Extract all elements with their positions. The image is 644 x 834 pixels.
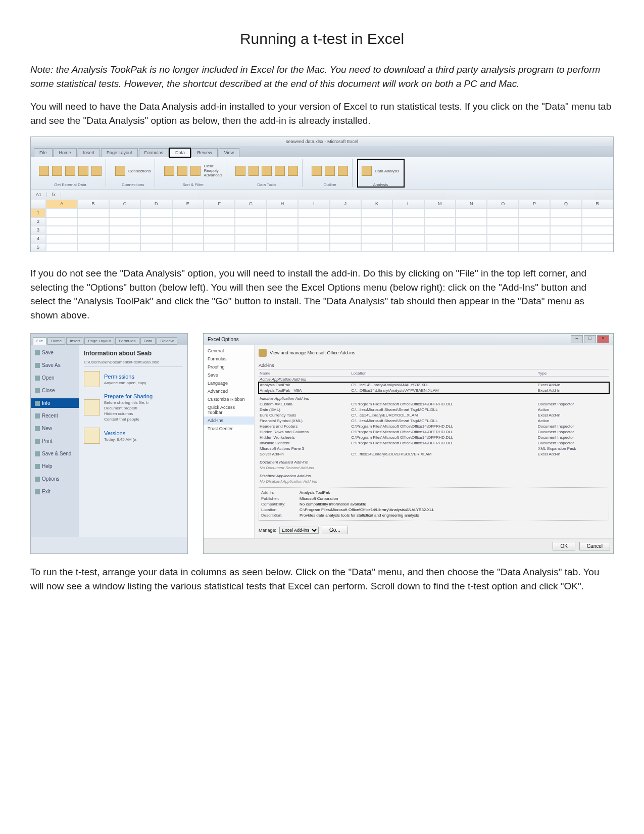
- addin-row[interactable]: Hidden WorksheetsC:\Program Files\Micros…: [259, 435, 609, 440]
- prepare-sharing-section: Prepare for Sharing Before sharing this …: [84, 393, 182, 422]
- advanced-button[interactable]: Advanced: [204, 173, 222, 178]
- addin-row[interactable]: Hidden Rows and ColumnsC:\Program Files\…: [259, 429, 609, 435]
- ok-button[interactable]: OK: [553, 542, 575, 550]
- addins-pane-title: View and manage Microsoft Office Add-ins: [270, 350, 355, 355]
- refresh-all-icon[interactable]: [115, 166, 125, 176]
- backstage-nav-recent[interactable]: Recent: [31, 411, 79, 421]
- cancel-button[interactable]: Cancel: [579, 542, 610, 550]
- from-other-icon[interactable]: [78, 166, 88, 176]
- what-if-icon[interactable]: [288, 166, 298, 176]
- text-to-columns-icon[interactable]: [235, 166, 245, 176]
- ungroup-icon[interactable]: [325, 166, 335, 176]
- document-addins-header: Document Related Add-ins: [259, 457, 609, 465]
- subtotal-icon[interactable]: [338, 166, 348, 176]
- backstage-nav-save[interactable]: Save: [31, 348, 79, 357]
- window-controls: – □ ×: [571, 335, 609, 343]
- from-access-icon[interactable]: [39, 166, 49, 176]
- options-nav-quick-access-toolbar[interactable]: Quick Access Toolbar: [204, 403, 254, 416]
- addin-details: Add-in:Analysis ToolPak Publisher:Micros…: [259, 487, 609, 521]
- tab-data[interactable]: Data: [170, 148, 190, 157]
- spreadsheet-grid[interactable]: ABCDEFGHIJKLMNOPQR12345: [31, 200, 613, 252]
- backstage-nav-new[interactable]: New: [31, 424, 79, 433]
- addin-row[interactable]: Euro Currency ToolsC:\...ce14\Library\EU…: [259, 412, 609, 418]
- manage-dropdown[interactable]: Excel Add-ins: [279, 527, 319, 534]
- tab-page-layout[interactable]: Page Layout: [101, 148, 138, 157]
- backstage-nav-save-as[interactable]: Save As: [31, 360, 79, 370]
- filter-icon[interactable]: [190, 166, 201, 176]
- sort-az-icon[interactable]: [164, 166, 174, 176]
- addins-pane: View and manage Microsoft Office Add-ins…: [255, 345, 613, 538]
- bs-tab-data[interactable]: Data: [140, 337, 156, 345]
- tab-insert[interactable]: Insert: [78, 148, 101, 157]
- addin-row[interactable]: Microsoft Actions Pane 3XML Expansion Pa…: [259, 446, 609, 451]
- dialog-footer: OK Cancel: [204, 538, 613, 553]
- bs-tab-insert[interactable]: Insert: [66, 337, 83, 345]
- data-analysis-button[interactable]: Data Analysis: [375, 169, 399, 173]
- consolidate-icon[interactable]: [275, 166, 285, 176]
- backstage-nav-close[interactable]: Close: [31, 386, 79, 395]
- backstage-nav-info[interactable]: Info: [31, 398, 79, 408]
- from-web-icon[interactable]: [52, 166, 62, 176]
- addins-table: NameLocationType Active Application Add-…: [259, 370, 609, 484]
- backstage-nav-exit[interactable]: Exit: [31, 487, 79, 496]
- options-nav-language[interactable]: Language: [204, 379, 254, 387]
- bs-tab-page-layout[interactable]: Page Layout: [84, 337, 114, 345]
- go-button[interactable]: Go...: [322, 526, 348, 534]
- manage-versions-button[interactable]: [84, 428, 100, 444]
- options-nav-add-ins[interactable]: Add-Ins: [204, 416, 254, 425]
- options-nav-customize-ribbon[interactable]: Customize Ribbon: [204, 395, 254, 403]
- close-icon[interactable]: ×: [597, 335, 609, 343]
- check-for-issues-button[interactable]: [84, 399, 100, 415]
- tab-review[interactable]: Review: [191, 148, 218, 157]
- connections-button[interactable]: Connections: [128, 169, 151, 173]
- page-title: Running a t-test in Excel: [30, 30, 614, 48]
- addin-row[interactable]: Headers and FootersC:\Program Files\Micr…: [259, 424, 609, 429]
- backstage-nav-print[interactable]: Print: [31, 436, 79, 446]
- options-nav-save[interactable]: Save: [204, 371, 254, 379]
- addin-row[interactable]: Analysis ToolPak - VBAC:\...Office14\Lib…: [259, 388, 609, 393]
- group-icon[interactable]: [312, 166, 322, 176]
- inactive-addins-header: Inactive Application Add-ins: [259, 393, 609, 401]
- tab-view[interactable]: View: [219, 148, 239, 157]
- ribbon-body: Get External Data Connections Connection…: [31, 157, 613, 189]
- tab-file[interactable]: File: [34, 148, 53, 157]
- data-validation-icon[interactable]: [262, 166, 272, 176]
- group-sort-filter: Clear Reapply Advanced Sort & Filter: [160, 159, 226, 187]
- file-path: C:\Users\user\Documents\t-test\Seab.xlsx: [84, 360, 182, 367]
- sort-button[interactable]: [177, 166, 187, 176]
- tab-home[interactable]: Home: [54, 148, 77, 157]
- name-box[interactable]: A1: [31, 192, 47, 197]
- addin-row[interactable]: Solver Add-inC:\...ffice14\Library\SOLVE…: [259, 451, 609, 457]
- backstage-nav-help[interactable]: Help: [31, 461, 79, 471]
- options-nav-advanced[interactable]: Advanced: [204, 387, 254, 395]
- ribbon-tab-row: File Home Insert Page Layout Formulas Da…: [31, 146, 613, 157]
- tab-formulas[interactable]: Formulas: [139, 148, 169, 157]
- remove-duplicates-icon[interactable]: [249, 166, 259, 176]
- backstage-nav-save-send[interactable]: Save & Send: [31, 449, 79, 458]
- from-text-icon[interactable]: [65, 166, 75, 176]
- addin-row[interactable]: Date (XML)C:\...iles\Microsoft Shared\Sm…: [259, 407, 609, 412]
- bs-tab-formulas[interactable]: Formulas: [115, 337, 139, 345]
- bs-tab-review[interactable]: Review: [157, 337, 177, 345]
- bs-tab-home[interactable]: Home: [47, 337, 65, 345]
- addin-row[interactable]: Analysis ToolPakC:\...ice14\Library\Anal…: [259, 382, 609, 388]
- backstage-nav-open[interactable]: Open: [31, 373, 79, 383]
- fx-icon[interactable]: fx: [47, 192, 61, 197]
- existing-connections-icon[interactable]: [91, 166, 102, 176]
- data-analysis-icon[interactable]: [362, 166, 372, 176]
- options-nav-formulas[interactable]: Formulas: [204, 355, 254, 363]
- addin-row[interactable]: Financial Symbol (XML)C:\...iles\Microso…: [259, 418, 609, 424]
- minimize-icon[interactable]: –: [571, 335, 583, 343]
- protect-workbook-button[interactable]: [84, 371, 100, 387]
- window-titlebar: seaweed data.xlsx - Microsoft Excel: [31, 137, 613, 146]
- backstage-nav-options[interactable]: Options: [31, 474, 79, 484]
- addin-row[interactable]: Custom XML DataC:\Program Files\Microsof…: [259, 401, 609, 407]
- addin-row[interactable]: Invisible ContentC:\Program Files\Micros…: [259, 440, 609, 446]
- options-nav-trust-center[interactable]: Trust Center: [204, 425, 254, 433]
- maximize-icon[interactable]: □: [584, 335, 596, 343]
- info-heading: Information about Seab: [84, 350, 182, 357]
- bs-tab-file[interactable]: File: [33, 337, 46, 345]
- options-nav-proofing[interactable]: Proofing: [204, 363, 254, 371]
- options-nav-general[interactable]: General: [204, 347, 254, 355]
- addins-section-label: Add-ins: [259, 362, 609, 369]
